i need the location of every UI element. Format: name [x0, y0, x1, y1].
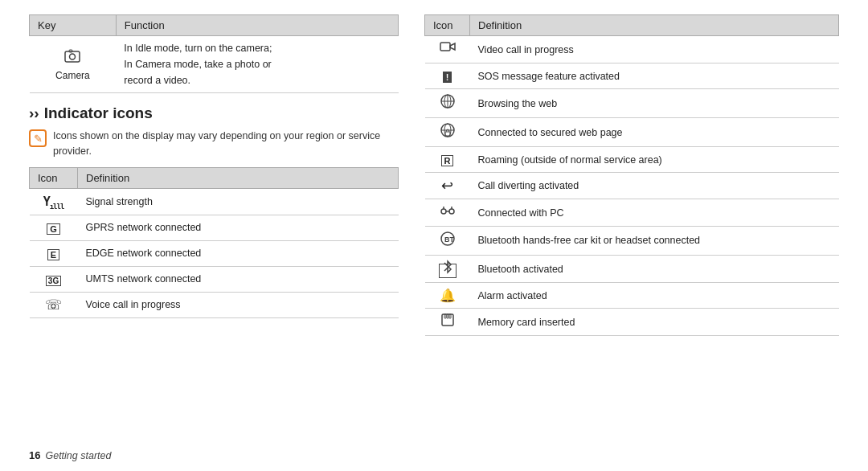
bt-active-icon	[439, 264, 457, 278]
browsing-icon-cell	[425, 89, 470, 118]
svg-rect-20	[442, 314, 453, 326]
voice-icon-cell: ☏	[30, 292, 78, 317]
note-text: Icons shown on the display may vary depe…	[53, 129, 399, 159]
umts-icon: 3G	[46, 276, 61, 286]
table-row: Memory card inserted	[425, 309, 839, 336]
gprs-icon: G	[47, 223, 60, 235]
table-row: ↩ Call diverting activated	[425, 173, 839, 199]
table-row: 3G UMTS network connected	[30, 266, 399, 292]
bt-headset-icon: BT	[440, 234, 456, 250]
browsing-def: Browsing the web	[470, 89, 839, 118]
camera-label: Camera	[55, 70, 90, 81]
col-key-header: Key	[30, 15, 117, 36]
umts-def-cell: UMTS network connected	[78, 266, 399, 292]
sos-icon-cell: !	[425, 63, 470, 89]
table-row: Connected to secured web page	[425, 118, 839, 147]
left-icon-header: Icon	[30, 167, 78, 188]
bt-headset-icon-cell: BT	[425, 227, 470, 256]
pc-connect-icon-cell	[425, 199, 470, 227]
edge-def-cell: EDGE network connected	[78, 240, 399, 266]
table-row: G GPRS network connected	[30, 215, 399, 240]
camera-icon	[63, 49, 81, 69]
table-row: Browsing the web	[425, 89, 839, 118]
roaming-icon-cell: R	[425, 147, 470, 173]
voice-def-cell: Voice call in progress	[78, 292, 399, 317]
voice-call-icon: ☏	[45, 297, 62, 313]
table-row: Connected with PC	[425, 199, 839, 227]
col-function-header: Function	[116, 15, 398, 36]
footer-chapter: Getting started	[45, 450, 111, 461]
video-call-icon-cell	[425, 36, 470, 63]
top-section: Key Function	[29, 14, 839, 336]
alarm-icon: 🔔	[440, 289, 456, 302]
note-icon	[29, 129, 47, 147]
secured-icon-cell	[425, 118, 470, 147]
browsing-icon	[440, 98, 456, 112]
key-function-table: Key Function	[29, 14, 399, 93]
memory-card-icon-cell	[425, 309, 470, 336]
camera-key-cell: Camera	[30, 36, 117, 93]
sos-icon: !	[443, 72, 452, 83]
gprs-def-cell: GPRS network connected	[78, 215, 399, 240]
secured-def: Connected to secured web page	[470, 118, 839, 147]
camera-function-cell: In Idle mode, turn on the camera; In Cam…	[116, 36, 398, 93]
footer: 16 Getting started	[29, 449, 111, 461]
right-icon-header: Icon	[425, 15, 470, 36]
gprs-icon-cell: G	[30, 215, 78, 240]
roaming-icon: R	[441, 155, 454, 166]
table-row: E EDGE network connected	[30, 240, 399, 266]
call-divert-icon-cell: ↩	[425, 173, 470, 199]
video-call-icon	[440, 43, 456, 57]
svg-rect-3	[440, 43, 450, 51]
signal-icon-cell: Yılll	[30, 188, 78, 215]
table-row: BT Bluetooth hands-free car kit or heads…	[425, 227, 839, 256]
pc-connect-icon	[440, 205, 456, 221]
umts-icon-cell: 3G	[30, 266, 78, 292]
note-box: Icons shown on the display may vary depe…	[29, 129, 399, 159]
alarm-icon-cell: 🔔	[425, 283, 470, 309]
table-row: ! SOS message feature activated	[425, 63, 839, 89]
table-row: 🔔 Alarm activated	[425, 283, 839, 309]
alarm-def: Alarm activated	[470, 283, 839, 309]
right-def-header: Definition	[470, 15, 839, 36]
call-divert-icon: ↩	[441, 178, 453, 194]
svg-point-1	[70, 54, 76, 59]
table-row: Video call in progress	[425, 36, 839, 63]
memory-card-def: Memory card inserted	[470, 309, 839, 336]
bt-active-def: Bluetooth activated	[470, 256, 839, 283]
left-column: Key Function	[29, 14, 399, 336]
video-call-def: Video call in progress	[470, 36, 839, 63]
table-row: Bluetooth activated	[425, 256, 839, 283]
table-row: ☏ Voice call in progress	[30, 292, 399, 317]
signal-def-cell: Signal strength	[78, 188, 399, 215]
left-indicator-table: Icon Definition Yılll Signal strength	[29, 167, 399, 318]
indicator-section: ›› Indicator icons Icons shown on the di…	[29, 104, 399, 318]
table-row: R Roaming (outside of normal service are…	[425, 147, 839, 173]
right-indicator-table: Icon Definition	[424, 14, 839, 336]
indicator-icons-heading: Indicator icons	[44, 104, 153, 122]
edge-icon-cell: E	[30, 240, 78, 266]
svg-point-13	[441, 209, 446, 214]
edge-icon: E	[47, 249, 59, 260]
svg-marker-4	[450, 43, 455, 50]
right-column: Icon Definition	[424, 14, 839, 336]
table-row: Yılll Signal strength	[30, 188, 399, 215]
page: Key Function	[0, 0, 868, 471]
chevron-icon: ››	[29, 104, 39, 122]
call-divert-def: Call diverting activated	[470, 173, 839, 199]
signal-icon: Yılll	[43, 195, 64, 209]
roaming-def: Roaming (outside of normal service area)	[470, 147, 839, 173]
svg-rect-0	[65, 51, 80, 62]
table-row: Camera In Idle mode, turn on the camera;…	[30, 36, 399, 93]
indicator-title: ›› Indicator icons	[29, 104, 399, 122]
sos-def: SOS message feature activated	[470, 63, 839, 89]
svg-point-14	[449, 209, 454, 214]
left-def-header: Definition	[78, 167, 399, 188]
svg-text:BT: BT	[444, 236, 454, 244]
memory-card-icon	[440, 314, 455, 330]
page-number: 16	[29, 449, 40, 461]
bt-headset-def: Bluetooth hands-free car kit or headset …	[470, 227, 839, 256]
bt-active-icon-cell	[425, 256, 470, 283]
pc-connect-def: Connected with PC	[470, 199, 839, 227]
secured-web-icon	[440, 125, 456, 141]
